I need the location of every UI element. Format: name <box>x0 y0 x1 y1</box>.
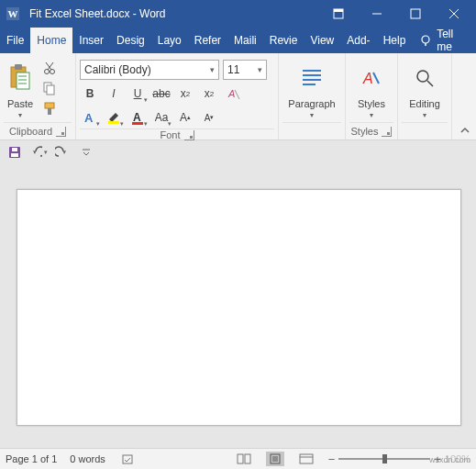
ribbon: Paste ▾ Clipboard Calibri (Body)▾ 11▾ B … <box>0 53 476 140</box>
customize-icon <box>82 148 91 157</box>
tab-layout[interactable]: Layo <box>151 28 188 53</box>
highlight-icon <box>106 110 121 125</box>
editing-button[interactable]: Editing ▾ <box>405 59 444 119</box>
redo-icon <box>55 145 70 160</box>
redo-button[interactable] <box>53 143 72 162</box>
svg-text:W: W <box>8 8 18 19</box>
zoom-slider[interactable] <box>338 458 430 460</box>
format-painter-button[interactable] <box>40 99 59 117</box>
paragraph-icon <box>299 59 325 96</box>
window-title: Fit Excel Sheet.docx - Word <box>29 7 320 20</box>
svg-rect-13 <box>17 73 29 89</box>
highlight-button[interactable]: ▾ <box>104 107 124 128</box>
format-painter-icon <box>42 101 57 116</box>
copy-button[interactable] <box>40 79 59 97</box>
font-color-button[interactable]: A▾ <box>127 107 148 128</box>
font-size-combo[interactable]: 11▾ <box>223 60 267 80</box>
subscript-button[interactable]: x2 <box>175 84 195 104</box>
styles-dialog-launcher[interactable] <box>382 127 392 137</box>
svg-rect-6 <box>411 9 420 18</box>
svg-rect-41 <box>123 455 132 463</box>
tab-addins[interactable]: Add- <box>340 28 376 53</box>
page-number-status[interactable]: Page 1 of 1 <box>6 453 57 464</box>
svg-rect-4 <box>334 9 343 12</box>
tab-file[interactable]: File <box>0 28 30 53</box>
tab-view[interactable]: View <box>304 28 340 53</box>
svg-rect-27 <box>108 121 119 124</box>
font-name-combo[interactable]: Calibri (Body)▾ <box>80 60 219 80</box>
close-button[interactable] <box>436 0 472 28</box>
styles-label: Styles <box>358 98 385 109</box>
zoom-control: − + 100% wsxdn.com <box>328 452 470 466</box>
svg-point-9 <box>422 36 429 43</box>
shrink-font-button[interactable]: A▾ <box>199 107 219 128</box>
undo-button[interactable]: ▾ <box>29 143 48 162</box>
svg-rect-22 <box>47 85 54 95</box>
save-icon <box>7 145 22 160</box>
text-effects-button[interactable]: A▾ <box>80 107 100 128</box>
editing-label: Editing <box>409 98 440 109</box>
styles-button[interactable]: A Styles ▾ <box>353 59 390 119</box>
tab-home[interactable]: Home <box>30 28 72 53</box>
italic-button[interactable]: I <box>104 84 124 104</box>
word-count-status[interactable]: 0 words <box>70 453 105 464</box>
group-paragraph: Paragraph ▾ <box>279 53 346 140</box>
svg-rect-43 <box>245 454 250 463</box>
styles-group-label: Styles <box>351 126 379 137</box>
document-area[interactable] <box>0 163 476 449</box>
svg-rect-38 <box>12 148 17 151</box>
svg-rect-39 <box>11 153 18 157</box>
ribbon-tabs: File Home Inser Desig Layo Refer Maili R… <box>0 28 476 53</box>
tab-help[interactable]: Help <box>377 28 413 53</box>
zoom-out-button[interactable]: − <box>328 452 336 466</box>
cut-icon <box>42 61 57 75</box>
tab-insert[interactable]: Inser <box>72 28 110 53</box>
customize-qat-button[interactable] <box>77 143 95 162</box>
font-color-icon: A <box>130 110 145 125</box>
document-page[interactable] <box>17 189 461 426</box>
ribbon-display-options[interactable] <box>320 0 357 28</box>
group-editing: Editing ▾ <box>398 53 452 140</box>
paste-button[interactable]: Paste ▾ <box>4 59 37 119</box>
tab-references[interactable]: Refer <box>188 28 227 53</box>
word-app-icon: W <box>4 5 22 23</box>
titlebar: W Fit Excel Sheet.docx - Word <box>0 0 476 28</box>
minimize-button[interactable] <box>359 0 395 28</box>
group-clipboard: Paste ▾ Clipboard <box>0 53 76 140</box>
text-effects-icon: A <box>83 110 97 125</box>
web-layout-button[interactable] <box>297 452 315 466</box>
underline-button[interactable]: U▾ <box>127 84 148 104</box>
clear-format-icon: A <box>226 86 240 101</box>
tab-review[interactable]: Revie <box>263 28 304 53</box>
clear-formatting-button[interactable]: A <box>223 84 243 104</box>
group-styles: A Styles ▾ Styles <box>346 53 398 140</box>
svg-text:A: A <box>227 88 235 99</box>
clipboard-dialog-launcher[interactable] <box>56 127 66 137</box>
svg-rect-24 <box>48 108 51 115</box>
strikethrough-button[interactable]: abc <box>151 84 172 104</box>
svg-rect-42 <box>238 454 243 463</box>
tell-me-label: Tell me <box>437 28 469 53</box>
svg-point-17 <box>45 70 50 74</box>
paragraph-button[interactable]: Paragraph ▾ <box>295 59 328 119</box>
tab-mailings[interactable]: Maili <box>227 28 263 53</box>
change-case-button[interactable]: Aa▾ <box>151 107 172 128</box>
svg-text:A: A <box>84 111 94 125</box>
svg-text:A: A <box>362 71 373 86</box>
collapse-ribbon-button[interactable] <box>459 125 472 138</box>
print-layout-button[interactable] <box>266 452 284 466</box>
tell-me-search[interactable]: Tell me <box>412 28 476 53</box>
spelling-status[interactable] <box>118 452 137 466</box>
font-dialog-launcher[interactable] <box>184 130 194 140</box>
maximize-button[interactable] <box>397 0 434 28</box>
superscript-button[interactable]: x2 <box>199 84 219 104</box>
group-font: Calibri (Body)▾ 11▾ B I U▾ abc x2 x2 A A… <box>76 53 279 140</box>
lightbulb-icon <box>419 34 431 47</box>
grow-font-button[interactable]: A▴ <box>175 107 195 128</box>
save-button[interactable] <box>6 143 24 162</box>
bold-button[interactable]: B <box>80 84 100 104</box>
tab-design[interactable]: Desig <box>110 28 151 53</box>
read-mode-button[interactable] <box>235 452 253 466</box>
cut-button[interactable] <box>40 59 59 77</box>
svg-rect-23 <box>45 103 54 108</box>
